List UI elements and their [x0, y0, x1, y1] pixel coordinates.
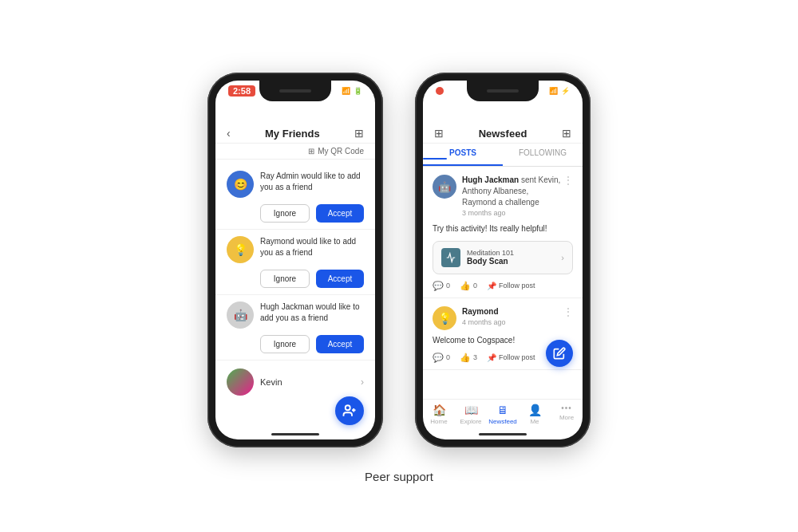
- post1-menu-icon[interactable]: ⋮: [563, 175, 573, 186]
- kevin-chevron-icon: ›: [361, 376, 364, 388]
- bottom-nav: 🏠 Home 📖 Explore 🖥 Newsfeed 👤 Me: [423, 399, 583, 428]
- avatar-hugh: 🤖: [227, 301, 254, 329]
- phone2-content: ⊞ Newsfeed ⊞ POSTS FOLLOWING: [423, 101, 583, 428]
- friend-buttons-hugh: Ignore Accept: [260, 335, 364, 353]
- accept-ray-button[interactable]: Accept: [316, 204, 364, 223]
- friend-info-hugh: 🤖 Hugh Jackman would like to add you as …: [227, 301, 364, 329]
- page-caption: Peer support: [365, 470, 433, 483]
- phone2-header: ⊞ Newsfeed ⊞: [423, 122, 583, 144]
- phone2-notch: [467, 81, 539, 101]
- phone2-status-icons: 📶 ⚡: [549, 87, 570, 95]
- phone1-content: ‹ My Friends ⊞ ⊞ My QR Code 😊 Ray Admin: [215, 101, 375, 428]
- qr-label: My QR Code: [318, 147, 364, 156]
- phone-newsfeed: 📶 ⚡ ⊞ Newsfeed ⊞ POSTS: [415, 73, 591, 447]
- me-nav-icon: 👤: [528, 404, 542, 416]
- home-bar-line-2: [479, 433, 527, 435]
- posts-feed: 🤖 Hugh Jackman sent Kevin, Anthony Alban…: [423, 167, 583, 399]
- post2-comment-count: 0: [446, 353, 450, 361]
- phone2-title: Newsfeed: [479, 128, 527, 140]
- nav-newsfeed[interactable]: 🖥 Newsfeed: [487, 404, 519, 425]
- ignore-ray-button[interactable]: Ignore: [260, 204, 310, 223]
- explore-nav-label: Explore: [460, 418, 481, 425]
- kevin-info: Kevin: [227, 368, 282, 396]
- nav-explore[interactable]: 📖 Explore: [455, 404, 487, 425]
- post1-comment-action[interactable]: 💬 0: [433, 281, 450, 291]
- accept-raymond-button[interactable]: Accept: [316, 270, 364, 288]
- friend-info-ray: 😊 Ray Admin would like to add you as a f…: [227, 171, 364, 198]
- phone1-home-bar: [215, 428, 375, 439]
- more-nav-label: More: [559, 414, 574, 421]
- battery-icon-2: ⚡: [561, 87, 570, 95]
- qr-scan-icon[interactable]: ⊞: [354, 127, 364, 140]
- post1-follow-label: Follow post: [499, 282, 535, 290]
- phone1-header: ‹ My Friends ⊞: [215, 122, 375, 144]
- post2-menu-icon[interactable]: ⋮: [563, 306, 573, 317]
- phone1-title: My Friends: [265, 128, 320, 140]
- post1-like-action[interactable]: 👍 0: [460, 281, 477, 291]
- friend-text-raymond: Raymond would like to add you as a frien…: [260, 236, 364, 258]
- activity-icon: [441, 248, 460, 267]
- avatar-raymond: 💡: [227, 236, 254, 263]
- friend-buttons-raymond: Ignore Accept: [260, 270, 364, 288]
- nav-me[interactable]: 👤 Me: [519, 404, 551, 425]
- nav-home[interactable]: 🏠 Home: [423, 404, 455, 425]
- post1-author-text: Hugh Jackman sent Kevin, Anthony Albanes…: [462, 175, 563, 219]
- add-friend-fab[interactable]: [335, 396, 364, 425]
- home-nav-icon: 🏠: [433, 404, 446, 416]
- phone2-speaker: [487, 89, 519, 93]
- activity-label: Meditation 101: [467, 249, 514, 257]
- ignore-hugh-button[interactable]: Ignore: [260, 335, 310, 353]
- explore-nav-icon: 📖: [464, 404, 478, 416]
- like-icon-2: 👍: [460, 353, 471, 363]
- phone2-screen: 📶 ⚡ ⊞ Newsfeed ⊞ POSTS: [423, 81, 583, 439]
- post1-author-name: Hugh Jackman sent Kevin, Anthony Albanes…: [462, 175, 563, 208]
- phone2-scan-icon[interactable]: ⊞: [562, 127, 571, 140]
- friend-list: 😊 Ray Admin would like to add you as a f…: [215, 160, 375, 428]
- friend-item-raymond: 💡 Raymond would like to add you as a fri…: [215, 230, 375, 295]
- accept-hugh-button[interactable]: Accept: [316, 335, 364, 353]
- friend-item-ray: 😊 Ray Admin would like to add you as a f…: [215, 164, 375, 230]
- qr-row[interactable]: ⊞ My QR Code: [215, 144, 375, 160]
- ignore-raymond-button[interactable]: Ignore: [260, 270, 310, 288]
- post2-header: 💡 Raymond 4 months ago ⋮: [433, 306, 573, 330]
- newsfeed-nav-icon: 🖥: [497, 404, 508, 416]
- home-nav-label: Home: [430, 418, 447, 425]
- post2-author-name: Raymond: [462, 306, 506, 317]
- friend-item-hugh: 🤖 Hugh Jackman would like to add you as …: [215, 295, 375, 361]
- tab-following[interactable]: FOLLOWING: [503, 144, 583, 166]
- kevin-name: Kevin: [260, 377, 282, 387]
- activity-card-left: Meditation 101 Body Scan: [441, 248, 514, 267]
- phone2-home-bar: [423, 428, 583, 439]
- post1-author-info: 🤖 Hugh Jackman sent Kevin, Anthony Alban…: [433, 175, 563, 219]
- post1-follow-button[interactable]: 📌 Follow post: [487, 282, 535, 290]
- post2-author-info: 💡 Raymond 4 months ago: [433, 306, 506, 330]
- post1-time: 3 months ago: [462, 208, 563, 219]
- nav-more[interactable]: ••• More: [551, 404, 583, 425]
- pin-icon-2: 📌: [487, 353, 496, 362]
- activity-title: Body Scan: [467, 257, 514, 266]
- activity-chevron-icon: ›: [561, 253, 564, 262]
- wifi-icon: 📶: [342, 87, 350, 95]
- avatar-kevin: [227, 368, 254, 396]
- activity-card[interactable]: Meditation 101 Body Scan ›: [433, 241, 573, 274]
- phone1-screen: 2:58 📶 🔋 ‹ My Friends ⊞ ⊞ My QR Code: [215, 81, 375, 439]
- comment-icon: 💬: [433, 281, 444, 291]
- post2-follow-label: Follow post: [499, 353, 535, 361]
- post2-follow-button[interactable]: 📌 Follow post: [487, 353, 535, 362]
- phone2-qr-icon[interactable]: ⊞: [434, 127, 444, 140]
- post2-like-action[interactable]: 👍 3: [460, 353, 477, 363]
- pin-icon: 📌: [487, 282, 496, 290]
- me-nav-label: Me: [530, 418, 539, 425]
- friend-buttons-ray: Ignore Accept: [260, 204, 364, 223]
- post1-comment-count: 0: [446, 282, 450, 290]
- avatar-ray: 😊: [227, 171, 254, 198]
- post1-body: Try this activity! Its really helpful!: [433, 223, 573, 234]
- post2-comment-action[interactable]: 💬 0: [433, 353, 450, 363]
- newsfeed-fab[interactable]: [546, 340, 573, 367]
- activity-text-block: Meditation 101 Body Scan: [467, 249, 514, 266]
- phone-my-friends: 2:58 📶 🔋 ‹ My Friends ⊞ ⊞ My QR Code: [207, 73, 383, 447]
- home-bar-line: [271, 433, 319, 435]
- post2-author-text: Raymond 4 months ago: [462, 306, 506, 328]
- tab-posts[interactable]: POSTS: [423, 144, 503, 166]
- back-button[interactable]: ‹: [227, 127, 231, 140]
